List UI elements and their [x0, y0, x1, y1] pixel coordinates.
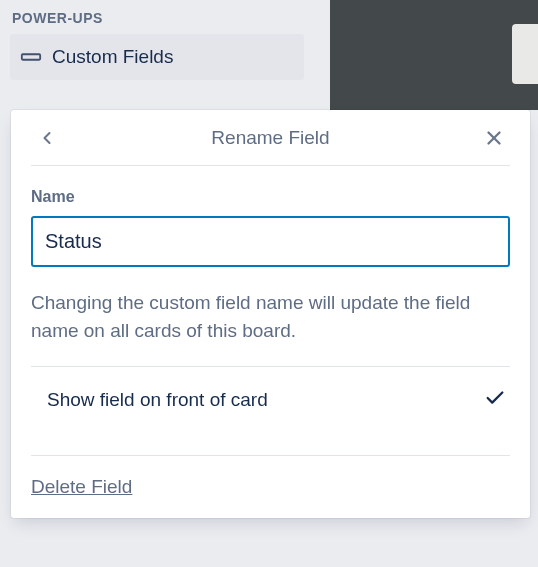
rename-field-popover: Rename Field Name Changing the custom fi… [11, 110, 530, 518]
back-button[interactable] [31, 122, 63, 154]
popover-title: Rename Field [211, 127, 329, 149]
rename-description: Changing the custom field name will upda… [31, 289, 510, 344]
chevron-left-icon [37, 128, 57, 148]
delete-field-link[interactable]: Delete Field [31, 476, 132, 498]
custom-fields-icon [20, 46, 42, 68]
name-field-label: Name [31, 188, 510, 206]
powerup-custom-fields[interactable]: Custom Fields [10, 34, 304, 80]
powerup-label: Custom Fields [52, 46, 173, 68]
show-on-front-toggle[interactable]: Show field on front of card [31, 367, 510, 433]
background-card-preview [330, 0, 538, 110]
close-icon [483, 127, 505, 149]
divider [31, 455, 510, 456]
toggle-label: Show field on front of card [47, 389, 268, 411]
name-input[interactable] [31, 216, 510, 267]
popover-header: Rename Field [31, 110, 510, 166]
close-button[interactable] [478, 122, 510, 154]
check-icon [484, 387, 506, 413]
svg-rect-0 [22, 54, 40, 60]
